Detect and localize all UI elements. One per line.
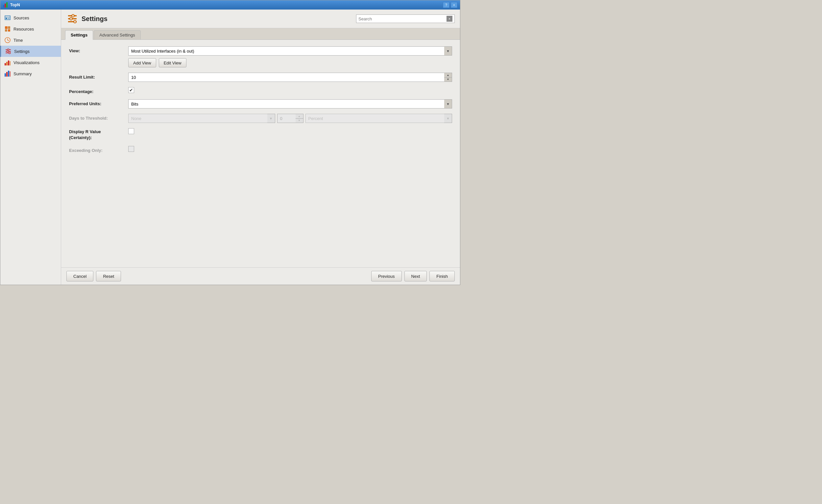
result-limit-control: ▲ ▼ <box>128 73 452 82</box>
svg-rect-24 <box>6 62 8 65</box>
footer: Cancel Reset Previous Next Finish <box>61 267 460 285</box>
preferred-units-dropdown[interactable]: BitsBytesAuto <box>128 99 452 108</box>
result-limit-down-button[interactable]: ▼ <box>444 77 452 82</box>
preferred-units-control: BitsBytesAuto ▼ <box>128 99 452 108</box>
resources-icon <box>4 26 11 32</box>
tabs-bar: Settings Advanced Settings <box>61 28 460 40</box>
svg-rect-6 <box>8 18 10 19</box>
sidebar-item-label-time: Time <box>13 38 23 43</box>
svg-rect-8 <box>8 26 10 29</box>
days-to-threshold-row: Days to Threshold: NoneDaysWeeks ▼ ▲ <box>69 114 452 123</box>
add-view-button[interactable]: Add View <box>128 58 156 67</box>
previous-button[interactable]: Previous <box>371 271 402 282</box>
preferred-units-row: Preferred Units: BitsBytesAuto ▼ <box>69 99 452 108</box>
threshold-row: NoneDaysWeeks ▼ ▲ ▼ P <box>128 114 452 123</box>
search-box: × <box>356 14 455 23</box>
svg-rect-1 <box>5 4 6 8</box>
help-button[interactable]: ? <box>443 2 449 8</box>
panel-header: Settings × <box>61 10 460 28</box>
svg-rect-26 <box>10 61 11 65</box>
main-content: Sources Resources <box>0 10 460 285</box>
visualizations-icon <box>4 59 11 66</box>
sidebar-item-visualizations[interactable]: Visualizations <box>0 57 61 68</box>
display-r-value-label: Display R Value(Certainty): <box>69 128 128 141</box>
threshold-value-spinner-wrapper: ▲ ▼ <box>277 114 304 123</box>
time-icon <box>4 37 11 43</box>
threshold-unit-dropdown: PercentAbsolute <box>306 114 452 123</box>
tab-settings[interactable]: Settings <box>65 30 93 40</box>
result-limit-spinner-btns: ▲ ▼ <box>444 73 452 82</box>
cancel-button[interactable]: Cancel <box>66 271 93 282</box>
finish-button[interactable]: Finish <box>429 271 455 282</box>
result-limit-spinner-wrapper: ▲ ▼ <box>128 73 452 82</box>
result-limit-row: Result Limit: ▲ ▼ <box>69 73 452 82</box>
svg-rect-30 <box>10 71 11 77</box>
threshold-unit-dropdown-wrapper: PercentAbsolute ▼ <box>306 114 452 123</box>
search-close-button[interactable]: × <box>446 16 452 22</box>
title-bar-controls: ? × <box>443 2 457 8</box>
sidebar-item-settings[interactable]: Settings <box>0 46 61 57</box>
threshold-value-up-button: ▲ <box>296 114 303 118</box>
main-window: TopN ? × Sources <box>0 0 460 285</box>
window-title: TopN <box>10 3 20 7</box>
percentage-label: Percentage: <box>69 87 128 94</box>
svg-rect-27 <box>5 73 6 77</box>
next-button[interactable]: Next <box>404 271 427 282</box>
display-r-value-checkbox[interactable] <box>128 128 134 134</box>
footer-left: Cancel Reset <box>66 271 121 282</box>
view-label: View: <box>69 46 128 53</box>
svg-rect-9 <box>5 29 7 32</box>
sidebar-item-time[interactable]: Time <box>0 34 61 46</box>
threshold-none-dropdown: NoneDaysWeeks <box>128 114 275 123</box>
display-r-value-row: Display R Value(Certainty): <box>69 128 452 141</box>
app-icon <box>3 2 8 8</box>
summary-icon <box>4 70 11 77</box>
svg-point-16 <box>8 49 9 51</box>
svg-line-13 <box>8 40 9 41</box>
exceeding-only-control <box>128 146 452 152</box>
close-button[interactable]: × <box>451 2 457 8</box>
sidebar-item-summary[interactable]: Summary <box>0 68 61 79</box>
percentage-control: ✔ <box>128 87 452 93</box>
sidebar-item-sources[interactable]: Sources <box>0 12 61 23</box>
result-limit-input[interactable] <box>128 73 452 82</box>
svg-rect-28 <box>6 72 8 77</box>
svg-rect-5 <box>6 18 7 19</box>
percentage-row: Percentage: ✔ <box>69 87 452 94</box>
view-row: View: Most Utilized Interfaces (in & out… <box>69 46 452 67</box>
svg-rect-7 <box>5 26 8 29</box>
svg-point-22 <box>9 52 11 54</box>
exceeding-only-checkbox <box>128 146 134 152</box>
view-buttons: Add View Edit View <box>128 58 186 67</box>
reset-button[interactable]: Reset <box>96 271 121 282</box>
panel-title: Settings <box>81 15 356 23</box>
svg-rect-2 <box>6 2 8 8</box>
tab-advanced-settings[interactable]: Advanced Settings <box>94 30 140 39</box>
threshold-none-dropdown-wrapper: NoneDaysWeeks ▼ <box>128 114 275 123</box>
exceeding-only-label: Exceeding Only: <box>69 146 128 153</box>
sidebar-item-label-resources: Resources <box>13 27 34 32</box>
settings-icon <box>5 48 11 55</box>
view-dropdown[interactable]: Most Utilized Interfaces (in & out)Most … <box>128 46 452 56</box>
right-panel: Settings × Settings Advanced Settings <box>61 10 460 285</box>
edit-view-button[interactable]: Edit View <box>159 58 186 67</box>
percentage-checkbox[interactable]: ✔ <box>128 87 134 93</box>
threshold-value-spinner-btns: ▲ ▼ <box>296 114 304 123</box>
sidebar-item-resources[interactable]: Resources <box>0 23 61 34</box>
result-limit-label: Result Limit: <box>69 73 128 80</box>
preferred-units-label: Preferred Units: <box>69 99 128 106</box>
result-limit-up-button[interactable]: ▲ <box>444 73 452 77</box>
settings-content: View: Most Utilized Interfaces (in & out… <box>61 40 460 267</box>
days-to-threshold-control: NoneDaysWeeks ▼ ▲ ▼ P <box>128 114 452 123</box>
svg-rect-25 <box>8 60 9 65</box>
sidebar-item-label-settings: Settings <box>14 49 30 54</box>
preferred-units-dropdown-wrapper: BitsBytesAuto ▼ <box>128 99 452 108</box>
footer-right: Previous Next Finish <box>371 271 455 282</box>
svg-rect-23 <box>5 63 6 65</box>
display-r-value-control <box>128 128 452 134</box>
svg-point-19 <box>7 51 9 52</box>
exceeding-only-row: Exceeding Only: <box>69 146 452 153</box>
sidebar: Sources Resources <box>0 10 61 285</box>
search-input[interactable] <box>358 16 446 21</box>
view-control: Most Utilized Interfaces (in & out)Most … <box>128 46 452 67</box>
